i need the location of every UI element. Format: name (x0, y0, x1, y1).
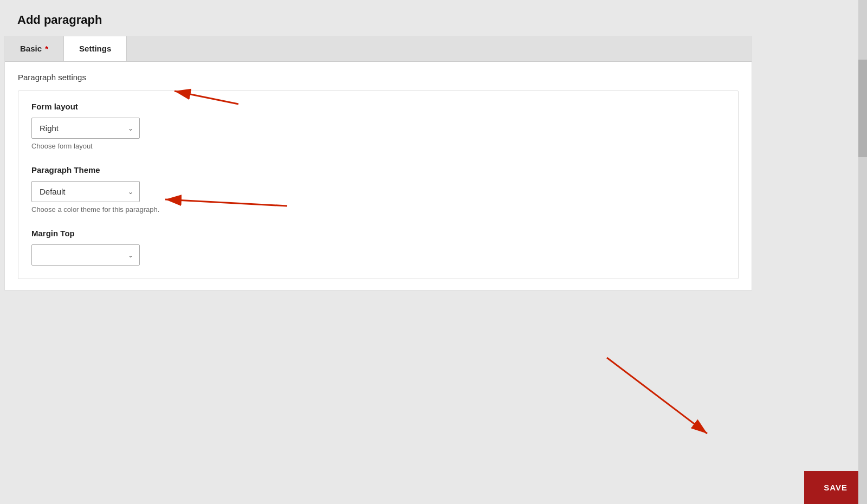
save-button-container: SAVE (804, 471, 867, 504)
settings-card: Form layout Right Left Center Full Width… (18, 91, 739, 279)
form-layout-group: Form layout Right Left Center Full Width… (31, 102, 725, 150)
paragraph-theme-hint: Choose a color theme for this paragraph. (31, 205, 725, 214)
paragraph-theme-select[interactable]: Default Light Dark Custom (31, 181, 140, 202)
form-layout-hint: Choose form layout (31, 142, 725, 150)
paragraph-theme-select-wrapper: Default Light Dark Custom ⌄ (31, 181, 140, 202)
tab-basic-label: Basic (20, 44, 42, 53)
paragraph-theme-label: Paragraph Theme (31, 165, 725, 175)
paragraph-theme-group: Paragraph Theme Default Light Dark Custo… (31, 165, 725, 214)
tab-content: Paragraph settings Form layout Right Lef… (5, 62, 752, 290)
form-layout-select[interactable]: Right Left Center Full Width (31, 118, 140, 139)
save-button[interactable]: SAVE (804, 471, 867, 504)
tab-settings-label: Settings (79, 44, 111, 53)
required-star: * (43, 44, 48, 53)
tabs-container: Basic * Settings Paragraph settings Form… (4, 36, 752, 290)
margin-top-select[interactable] (31, 244, 140, 266)
margin-top-group: Margin Top ⌄ (31, 229, 725, 266)
scrollbar[interactable] (858, 0, 867, 504)
page-title: Add paragraph (0, 0, 867, 36)
form-layout-select-wrapper: Right Left Center Full Width ⌄ (31, 118, 140, 139)
margin-top-select-wrapper: ⌄ (31, 244, 140, 266)
margin-top-label: Margin Top (31, 229, 725, 238)
section-title: Paragraph settings (18, 73, 739, 82)
tab-basic[interactable]: Basic * (5, 36, 64, 61)
svg-line-5 (607, 358, 707, 434)
tab-settings[interactable]: Settings (64, 36, 127, 61)
scrollbar-thumb[interactable] (858, 60, 867, 157)
form-layout-label: Form layout (31, 102, 725, 111)
tabs-header: Basic * Settings (5, 36, 752, 62)
